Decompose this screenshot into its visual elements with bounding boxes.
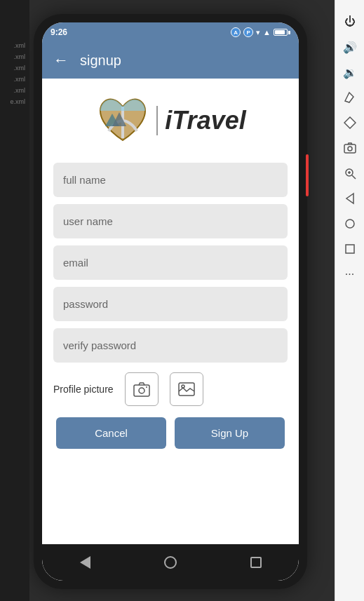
circle-icon[interactable] [339, 212, 361, 235]
svg-point-10 [348, 147, 352, 151]
logo-text: iTravel [156, 106, 245, 135]
full-name-input[interactable] [53, 163, 288, 197]
verify-password-input[interactable] [53, 328, 288, 363]
power-icon[interactable]: ⏻ [339, 11, 361, 33]
more-options-icon[interactable]: ··· [339, 263, 361, 285]
a-badge: A [231, 27, 241, 37]
signal-icon: ▲ [263, 28, 271, 36]
file-item[interactable]: e.xml [1, 98, 28, 105]
signup-button[interactable]: Sign Up [175, 417, 285, 449]
file-item[interactable]: .xml [1, 53, 28, 60]
diamond-icon[interactable] [339, 112, 361, 134]
status-icons: A P ▾ ▲ [231, 27, 290, 37]
file-item[interactable]: .xml [1, 87, 28, 94]
volume-up-icon[interactable]: 🔊 [339, 36, 361, 58]
file-item[interactable]: .xml [1, 65, 28, 72]
p-badge: P [243, 27, 253, 37]
file-item[interactable]: .xml [1, 76, 28, 83]
camera-toolbar-icon[interactable] [339, 137, 361, 159]
bottom-nav [42, 544, 299, 581]
status-time: 9:26 [50, 27, 67, 37]
svg-marker-8 [344, 117, 356, 128]
app-top-bar: ← signup [42, 42, 299, 79]
zoom-in-icon[interactable] [339, 162, 361, 184]
action-buttons-row: Cancel Sign Up [53, 417, 288, 449]
phone-screen: 9:26 A P ▾ ▲ ← signup [42, 22, 299, 581]
nav-back-button[interactable] [71, 553, 99, 572]
page-title: signup [80, 53, 121, 69]
profile-picture-label: Profile picture [53, 384, 114, 395]
square-icon[interactable] [339, 238, 361, 260]
svg-marker-7 [345, 93, 353, 102]
battery-icon [274, 29, 290, 36]
svg-point-16 [346, 220, 354, 228]
camera-button[interactable] [125, 372, 159, 406]
password-input[interactable] [53, 287, 288, 321]
content-area: iTravel Profile picture [42, 79, 299, 544]
status-bar: 9:26 A P ▾ ▲ [42, 22, 299, 42]
email-input[interactable] [53, 245, 288, 280]
eraser-icon[interactable] [339, 86, 361, 109]
wifi-icon: ▾ [256, 28, 260, 37]
svg-point-4 [146, 386, 147, 388]
logo-icon [95, 93, 151, 149]
volume-indicator [306, 154, 309, 196]
ide-panel: .xml .xml .xml .xml .xml e.xml [0, 0, 29, 601]
gallery-button[interactable] [170, 372, 203, 406]
back-button[interactable]: ← [53, 51, 69, 69]
logo-area: iTravel [95, 93, 245, 149]
svg-point-3 [139, 388, 144, 393]
svg-rect-17 [346, 245, 354, 253]
svg-rect-9 [344, 144, 356, 153]
back-icon[interactable] [339, 187, 361, 210]
svg-line-12 [352, 175, 356, 179]
profile-picture-row: Profile picture [53, 372, 288, 406]
nav-recents-button[interactable] [242, 553, 270, 572]
phone-frame: 9:26 A P ▾ ▲ ← signup [34, 14, 307, 589]
user-name-input[interactable] [53, 204, 288, 238]
svg-point-6 [182, 385, 184, 388]
right-toolbar: ⏻ 🔊 🔉 [335, 0, 364, 601]
cancel-button[interactable]: Cancel [56, 417, 166, 449]
file-item[interactable]: .xml [1, 42, 28, 49]
svg-marker-15 [346, 194, 353, 203]
volume-down-icon[interactable]: 🔉 [339, 61, 361, 83]
nav-home-button[interactable] [156, 553, 184, 572]
